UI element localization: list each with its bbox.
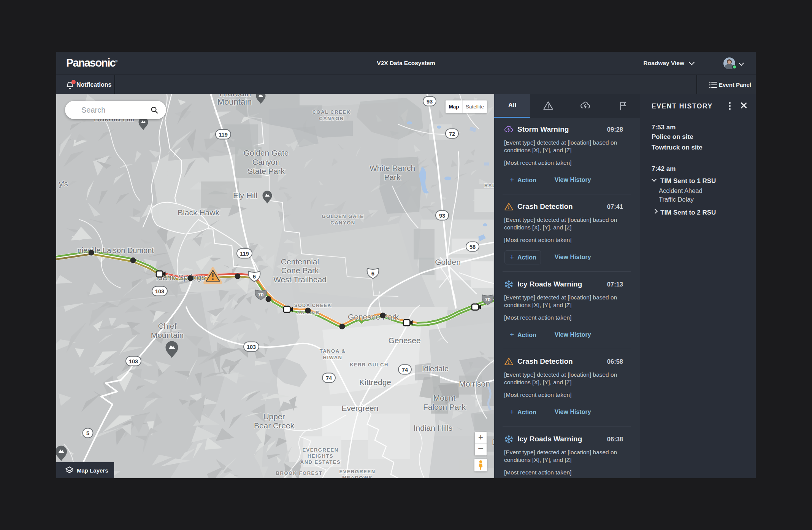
svg-text:Falcon Park: Falcon Park <box>423 403 466 411</box>
svg-text:CANYON: CANYON <box>330 220 355 226</box>
svg-text:Mount: Mount <box>433 393 456 402</box>
svg-text:70: 70 <box>258 292 263 298</box>
svg-text:5: 5 <box>86 430 89 436</box>
svg-text:Mountain: Mountain <box>217 97 252 107</box>
svg-text:70: 70 <box>485 297 490 302</box>
svg-text:HEIGHTS: HEIGHTS <box>308 453 333 459</box>
svg-text:119: 119 <box>219 132 227 138</box>
svg-text:y's: y's <box>59 180 68 188</box>
svg-text:74: 74 <box>326 375 332 381</box>
svg-text:SODA CREEK: SODA CREEK <box>294 303 331 308</box>
svg-text:Cone Park: Cone Park <box>281 266 319 275</box>
svg-text:EVERGREEN: EVERGREEN <box>339 469 375 474</box>
svg-text:Canyon: Canyon <box>252 158 280 166</box>
svg-text:Centennial: Centennial <box>281 257 319 266</box>
svg-text:93: 93 <box>427 99 433 105</box>
svg-text:Bear Creek: Bear Creek <box>254 421 295 430</box>
svg-text:103: 103 <box>247 344 256 350</box>
svg-text:Upper: Upper <box>263 412 285 421</box>
svg-text:Mountain: Mountain <box>151 331 184 339</box>
svg-text:BROOK FOREST: BROOK FOREST <box>276 470 323 476</box>
svg-text:son Dumont: son Dumont <box>113 246 154 255</box>
svg-text:Golden: Golden <box>435 258 461 266</box>
svg-text:EVERGREEN: EVERGREEN <box>302 447 338 453</box>
svg-text:Genesee: Genesee <box>388 336 420 345</box>
svg-text:TANOA &: TANOA & <box>320 348 346 354</box>
svg-text:AND ESTATES: AND ESTATES <box>300 459 341 465</box>
svg-text:State Park: State Park <box>247 167 285 175</box>
svg-text:nieville La: nieville La <box>78 246 112 255</box>
svg-text:93: 93 <box>439 213 445 219</box>
svg-text:Evergreen: Evergreen <box>342 404 379 412</box>
svg-text:KERR GULCH: KERR GULCH <box>350 362 389 368</box>
svg-text:103: 103 <box>155 288 164 294</box>
svg-text:103: 103 <box>129 358 138 364</box>
svg-text:Indian Hills: Indian Hills <box>414 423 453 432</box>
svg-text:GOLDEN GATE: GOLDEN GATE <box>322 213 364 219</box>
svg-text:Ely Hill: Ely Hill <box>233 191 257 200</box>
svg-text:58: 58 <box>469 244 476 250</box>
svg-text:6: 6 <box>371 270 374 277</box>
svg-text:Morrison: Morrison <box>459 379 490 388</box>
svg-text:White Ranch: White Ranch <box>370 164 415 172</box>
svg-text:74: 74 <box>402 367 408 373</box>
svg-text:CANYON: CANYON <box>319 116 344 121</box>
svg-text:West Trailhead: West Trailhead <box>273 275 327 284</box>
svg-text:Kittredge: Kittredge <box>359 378 391 387</box>
svg-text:COAL CREEK: COAL CREEK <box>312 109 351 115</box>
svg-text:6: 6 <box>253 273 256 280</box>
svg-text:Chief: Chief <box>158 322 176 330</box>
svg-text:Idledale: Idledale <box>422 364 449 373</box>
svg-text:Park: Park <box>384 173 401 181</box>
svg-text:HIWAN: HIWAN <box>323 355 343 360</box>
svg-text:119: 119 <box>240 251 249 257</box>
svg-text:Black Hawk: Black Hawk <box>178 208 219 217</box>
svg-text:Golden Gate: Golden Gate <box>243 148 289 157</box>
svg-text:RAL: RAL <box>484 183 494 188</box>
svg-text:72: 72 <box>449 131 455 137</box>
svg-text:Genesee Park: Genesee Park <box>348 312 399 321</box>
svg-text:MEADOWS: MEADOWS <box>342 475 373 478</box>
